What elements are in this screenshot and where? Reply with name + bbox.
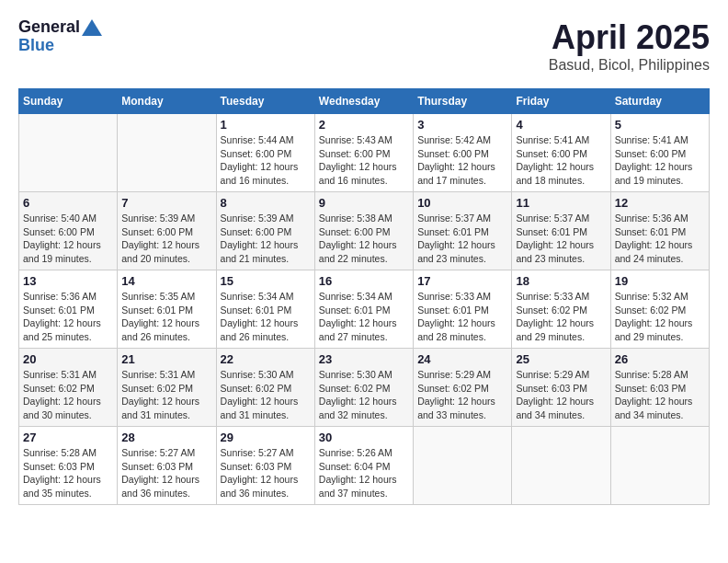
calendar-cell: 19Sunrise: 5:32 AMSunset: 6:02 PMDayligh… xyxy=(610,270,709,349)
day-info: Sunrise: 5:42 AMSunset: 6:00 PMDaylight:… xyxy=(417,133,507,188)
calendar-cell xyxy=(118,114,216,192)
day-info: Sunrise: 5:36 AMSunset: 6:01 PMDaylight:… xyxy=(615,212,705,266)
day-info: Sunrise: 5:26 AMSunset: 6:04 PMDaylight:… xyxy=(319,446,409,500)
day-info: Sunrise: 5:34 AMSunset: 6:01 PMDaylight:… xyxy=(221,290,311,344)
calendar-cell: 3Sunrise: 5:42 AMSunset: 6:00 PMDaylight… xyxy=(414,114,512,192)
week-row-2: 6Sunrise: 5:40 AMSunset: 6:00 PMDaylight… xyxy=(19,192,710,270)
day-info: Sunrise: 5:29 AMSunset: 6:02 PMDaylight:… xyxy=(417,368,507,422)
calendar-cell: 21Sunrise: 5:31 AMSunset: 6:02 PMDayligh… xyxy=(118,349,216,427)
day-number: 13 xyxy=(23,274,113,288)
day-number: 22 xyxy=(221,352,311,366)
day-info: Sunrise: 5:36 AMSunset: 6:01 PMDaylight:… xyxy=(23,290,113,344)
calendar-cell: 8Sunrise: 5:39 AMSunset: 6:00 PMDaylight… xyxy=(216,192,314,270)
day-info: Sunrise: 5:39 AMSunset: 6:00 PMDaylight:… xyxy=(121,212,211,266)
day-number: 21 xyxy=(121,352,211,366)
day-number: 18 xyxy=(516,274,606,288)
day-number: 25 xyxy=(516,352,606,366)
week-row-5: 27Sunrise: 5:28 AMSunset: 6:03 PMDayligh… xyxy=(19,427,710,505)
day-number: 2 xyxy=(319,118,409,132)
calendar-cell: 15Sunrise: 5:34 AMSunset: 6:01 PMDayligh… xyxy=(216,270,314,349)
day-number: 6 xyxy=(23,196,113,210)
weekday-header-sunday: Sunday xyxy=(19,89,118,114)
week-row-1: 1Sunrise: 5:44 AMSunset: 6:00 PMDaylight… xyxy=(19,114,710,192)
day-number: 20 xyxy=(23,352,113,366)
calendar-cell: 13Sunrise: 5:36 AMSunset: 6:01 PMDayligh… xyxy=(19,270,118,349)
day-info: Sunrise: 5:31 AMSunset: 6:02 PMDaylight:… xyxy=(23,368,113,422)
day-info: Sunrise: 5:40 AMSunset: 6:00 PMDaylight:… xyxy=(23,212,113,266)
day-number: 24 xyxy=(417,352,507,366)
weekday-header-monday: Monday xyxy=(118,89,216,114)
day-number: 4 xyxy=(516,118,606,132)
day-info: Sunrise: 5:32 AMSunset: 6:02 PMDaylight:… xyxy=(615,290,705,344)
day-info: Sunrise: 5:41 AMSunset: 6:00 PMDaylight:… xyxy=(615,133,705,188)
day-info: Sunrise: 5:44 AMSunset: 6:00 PMDaylight:… xyxy=(221,133,311,188)
calendar-cell xyxy=(512,427,610,505)
week-row-3: 13Sunrise: 5:36 AMSunset: 6:01 PMDayligh… xyxy=(19,270,710,349)
day-number: 30 xyxy=(319,431,409,444)
calendar-cell: 18Sunrise: 5:33 AMSunset: 6:02 PMDayligh… xyxy=(512,270,610,349)
calendar-cell: 17Sunrise: 5:33 AMSunset: 6:01 PMDayligh… xyxy=(414,270,512,349)
day-info: Sunrise: 5:31 AMSunset: 6:02 PMDaylight:… xyxy=(121,368,211,422)
page-header: General Blue April 2025 Basud, Bicol, Ph… xyxy=(18,18,710,74)
title-section: April 2025 Basud, Bicol, Philippines xyxy=(549,18,710,74)
day-number: 11 xyxy=(516,196,606,210)
day-info: Sunrise: 5:30 AMSunset: 6:02 PMDaylight:… xyxy=(221,368,311,422)
day-info: Sunrise: 5:30 AMSunset: 6:02 PMDaylight:… xyxy=(319,368,409,422)
day-info: Sunrise: 5:43 AMSunset: 6:00 PMDaylight:… xyxy=(319,133,409,188)
calendar-cell: 11Sunrise: 5:37 AMSunset: 6:01 PMDayligh… xyxy=(512,192,610,270)
calendar-cell: 23Sunrise: 5:30 AMSunset: 6:02 PMDayligh… xyxy=(314,349,413,427)
weekday-header-friday: Friday xyxy=(512,89,610,114)
day-number: 5 xyxy=(615,118,705,132)
week-row-4: 20Sunrise: 5:31 AMSunset: 6:02 PMDayligh… xyxy=(19,349,710,427)
day-info: Sunrise: 5:39 AMSunset: 6:00 PMDaylight:… xyxy=(221,212,311,266)
day-info: Sunrise: 5:33 AMSunset: 6:01 PMDaylight:… xyxy=(417,290,507,344)
day-info: Sunrise: 5:27 AMSunset: 6:03 PMDaylight:… xyxy=(121,446,211,500)
calendar-cell: 27Sunrise: 5:28 AMSunset: 6:03 PMDayligh… xyxy=(19,427,118,505)
day-number: 15 xyxy=(221,274,311,288)
day-info: Sunrise: 5:37 AMSunset: 6:01 PMDaylight:… xyxy=(417,212,507,266)
calendar-table: SundayMondayTuesdayWednesdayThursdayFrid… xyxy=(18,88,710,505)
day-number: 29 xyxy=(221,431,311,444)
logo-general-text: General xyxy=(18,18,80,37)
calendar-cell: 6Sunrise: 5:40 AMSunset: 6:00 PMDaylight… xyxy=(19,192,118,270)
calendar-cell xyxy=(414,427,512,505)
day-info: Sunrise: 5:38 AMSunset: 6:00 PMDaylight:… xyxy=(319,212,409,266)
day-info: Sunrise: 5:37 AMSunset: 6:01 PMDaylight:… xyxy=(516,212,606,266)
svg-marker-0 xyxy=(82,19,102,36)
calendar-cell: 5Sunrise: 5:41 AMSunset: 6:00 PMDaylight… xyxy=(610,114,709,192)
calendar-cell: 29Sunrise: 5:27 AMSunset: 6:03 PMDayligh… xyxy=(216,427,314,505)
calendar-cell xyxy=(19,114,118,192)
calendar-cell: 24Sunrise: 5:29 AMSunset: 6:02 PMDayligh… xyxy=(414,349,512,427)
day-number: 28 xyxy=(121,431,211,444)
day-number: 23 xyxy=(319,352,409,366)
calendar-cell: 12Sunrise: 5:36 AMSunset: 6:01 PMDayligh… xyxy=(610,192,709,270)
day-number: 10 xyxy=(417,196,507,210)
day-info: Sunrise: 5:35 AMSunset: 6:01 PMDaylight:… xyxy=(121,290,211,344)
calendar-cell: 1Sunrise: 5:44 AMSunset: 6:00 PMDaylight… xyxy=(216,114,314,192)
day-info: Sunrise: 5:27 AMSunset: 6:03 PMDaylight:… xyxy=(221,446,311,500)
calendar-cell: 22Sunrise: 5:30 AMSunset: 6:02 PMDayligh… xyxy=(216,349,314,427)
calendar-cell: 26Sunrise: 5:28 AMSunset: 6:03 PMDayligh… xyxy=(610,349,709,427)
day-info: Sunrise: 5:28 AMSunset: 6:03 PMDaylight:… xyxy=(23,446,113,500)
calendar-cell: 2Sunrise: 5:43 AMSunset: 6:00 PMDaylight… xyxy=(314,114,413,192)
weekday-header-saturday: Saturday xyxy=(610,89,709,114)
day-number: 3 xyxy=(417,118,507,132)
calendar-cell xyxy=(610,427,709,505)
calendar-cell: 9Sunrise: 5:38 AMSunset: 6:00 PMDaylight… xyxy=(314,192,413,270)
day-number: 9 xyxy=(319,196,409,210)
day-number: 14 xyxy=(121,274,211,288)
calendar-cell: 20Sunrise: 5:31 AMSunset: 6:02 PMDayligh… xyxy=(19,349,118,427)
day-info: Sunrise: 5:34 AMSunset: 6:01 PMDaylight:… xyxy=(319,290,409,344)
weekday-header-thursday: Thursday xyxy=(414,89,512,114)
day-info: Sunrise: 5:28 AMSunset: 6:03 PMDaylight:… xyxy=(615,368,705,422)
logo: General Blue xyxy=(18,18,102,55)
day-number: 1 xyxy=(221,118,311,132)
month-title: April 2025 xyxy=(549,18,710,57)
day-number: 12 xyxy=(615,196,705,210)
calendar-cell: 16Sunrise: 5:34 AMSunset: 6:01 PMDayligh… xyxy=(314,270,413,349)
weekday-header-wednesday: Wednesday xyxy=(314,89,413,114)
day-info: Sunrise: 5:41 AMSunset: 6:00 PMDaylight:… xyxy=(516,133,606,188)
day-info: Sunrise: 5:29 AMSunset: 6:03 PMDaylight:… xyxy=(516,368,606,422)
location-title: Basud, Bicol, Philippines xyxy=(549,57,710,74)
day-number: 27 xyxy=(23,431,113,444)
